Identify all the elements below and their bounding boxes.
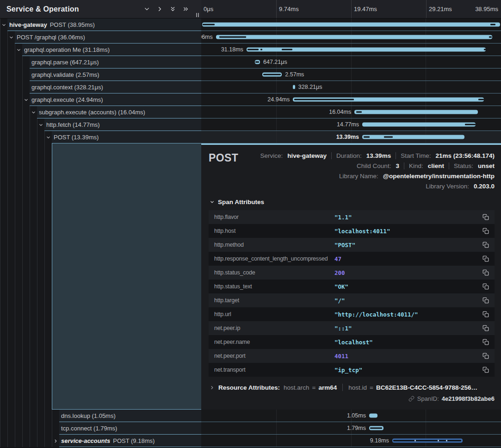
copy-value-button[interactable] (482, 296, 490, 305)
copy-value-button[interactable] (482, 352, 490, 360)
timeline-row[interactable]: 36.06ms (201, 31, 501, 44)
indent-guides (0, 106, 37, 118)
chevron-down-icon[interactable] (46, 135, 51, 140)
operation-name: graphql.parse (647.21μs) (31, 59, 99, 66)
tree-header-controls (143, 6, 201, 12)
operation-name: POST (38.95ms) (50, 21, 95, 28)
span-bar[interactable] (216, 35, 492, 39)
trace-row: graphql.parse (647.21μs)647.21μs (0, 56, 501, 68)
span-name-cell[interactable]: dns.lookup (1.05ms) (59, 410, 201, 422)
span-name-cell[interactable]: POST (13.39ms) (52, 131, 201, 143)
operation-name: graphql.validate (2.57ms) (31, 71, 99, 78)
timeline-row[interactable]: 2.57ms (201, 68, 501, 81)
timeline-row[interactable]: 13.39ms (201, 131, 501, 143)
copy-value-button[interactable] (482, 310, 490, 318)
span-name-cell[interactable]: tcp.connect (1.79ms) (59, 422, 201, 435)
span-id-value: 4e21998f3b82abe6 (442, 395, 495, 402)
resource-attributes-row[interactable]: Resource Attributes: host.arch=arm64host… (210, 384, 495, 391)
attribute-value: "ip_tcp" (334, 367, 482, 373)
trace-row: POST (13.39ms)13.39ms (0, 131, 501, 143)
indent-guides (0, 68, 30, 81)
timeline-row[interactable]: 24.94ms (201, 93, 501, 106)
metadata-line: Child Count:3Kind:clientStatus:unset (209, 161, 495, 171)
link-icon[interactable] (408, 396, 414, 402)
timeline-row[interactable] (201, 19, 501, 31)
copy-value-button[interactable] (482, 268, 490, 277)
chevron-down-icon[interactable] (1, 22, 6, 27)
copy-icon (482, 242, 489, 248)
indent-guides (0, 19, 7, 31)
copy-value-button[interactable] (482, 213, 490, 221)
copy-value-button[interactable] (482, 366, 490, 374)
span-bar[interactable] (354, 110, 478, 114)
attribute-key: net.peer.port (214, 353, 334, 359)
attribute-key: http.status_text (214, 283, 334, 290)
timeline-row[interactable]: 1.05ms (201, 410, 501, 422)
trace-row-left: graphql.validate (2.57ms) (0, 68, 201, 81)
chevron-down-icon[interactable] (16, 47, 21, 52)
timeline-row[interactable]: 31.18ms (201, 44, 501, 56)
trace-row: hive-gatewayPOST (38.95ms) (0, 19, 501, 31)
timeline-row[interactable]: 14.77ms (201, 118, 501, 131)
span-bar[interactable] (293, 85, 295, 89)
span-bar[interactable] (202, 23, 500, 27)
span-name-cell[interactable]: http.fetch (14.77ms) (44, 118, 201, 131)
chevron-right-icon[interactable] (53, 438, 58, 443)
copy-value-button[interactable] (482, 227, 490, 235)
detail-left-column (0, 143, 201, 410)
trace-row-left: graphql.parse (647.21μs) (0, 56, 201, 68)
trace-row-left: http.fetch (14.77ms) (0, 118, 201, 131)
copy-value-button[interactable] (482, 241, 490, 249)
copy-value-button[interactable] (482, 255, 490, 263)
indent-guides (0, 131, 52, 143)
trace-row-left: POST (13.39ms) (0, 131, 201, 143)
self-time-mark (364, 137, 370, 138)
metadata-label: Service: (260, 152, 283, 159)
span-name-cell[interactable]: subgraph.execute (accounts) (16.04ms) (37, 106, 201, 118)
copy-value-button[interactable] (482, 338, 490, 346)
copy-value-button[interactable] (482, 282, 490, 291)
chevron-down-icon[interactable] (9, 35, 14, 40)
expand-all-button[interactable] (182, 6, 189, 12)
span-bar[interactable] (362, 135, 464, 139)
copy-icon (482, 325, 489, 331)
panel-resize-handle[interactable] (196, 13, 199, 17)
timeline-row[interactable]: 16.04ms (201, 106, 501, 118)
chevron-down-icon[interactable] (31, 110, 36, 115)
timeline-row[interactable]: 328.21μs (201, 81, 501, 93)
timeline-row[interactable]: 1.79ms (201, 422, 501, 435)
operation-name: dns.lookup (1.05ms) (61, 412, 116, 419)
span-name-cell[interactable]: graphql.operation Me (31.18ms) (22, 44, 201, 56)
collapse-all-button[interactable] (169, 6, 176, 12)
span-attributes-toggle[interactable]: Span Attributes (210, 199, 495, 205)
timeline-row[interactable]: 9.18ms (201, 435, 501, 447)
span-bar[interactable] (362, 123, 476, 127)
selected-span-region[interactable] (52, 143, 201, 410)
span-name-cell[interactable]: graphql.parse (647.21μs) (30, 56, 201, 68)
attribute-value: 200 (334, 269, 482, 276)
span-name-cell[interactable]: hive-gatewayPOST (38.95ms) (7, 19, 201, 31)
duration-label: 24.94ms (267, 96, 290, 103)
attribute-key: http.host (214, 228, 334, 234)
span-name-cell[interactable]: graphql.execute (24.94ms) (30, 93, 201, 106)
divider (404, 162, 404, 169)
attribute-key: http.target (214, 297, 334, 304)
timeline-row[interactable]: 647.21μs (201, 56, 501, 68)
trace-row-left: POST /graphql (36.06ms) (0, 31, 201, 44)
attribute-row: http.method"POST" (209, 238, 495, 252)
span-name-cell[interactable]: graphql.context (328.21μs) (30, 81, 201, 93)
collapse-one-button[interactable] (143, 6, 150, 12)
span-name-cell[interactable]: POST /graphql (36.06ms) (15, 31, 201, 44)
chevron-down-icon[interactable] (24, 97, 29, 102)
indent-guides (0, 81, 30, 93)
trace-row: service-accountsPOST (9.18ms)9.18ms (0, 435, 501, 447)
span-bar[interactable] (369, 414, 377, 418)
chevron-down-icon[interactable] (38, 122, 43, 127)
self-time-mark (484, 49, 486, 50)
expand-one-button[interactable] (156, 6, 163, 12)
operation-name: subgraph.execute (accounts) (16.04ms) (39, 109, 145, 116)
span-name-cell[interactable]: graphql.validate (2.57ms) (30, 68, 201, 81)
span-name-cell[interactable]: service-accountsPOST (9.18ms) (59, 435, 201, 447)
divider (331, 152, 332, 159)
copy-value-button[interactable] (482, 324, 490, 332)
